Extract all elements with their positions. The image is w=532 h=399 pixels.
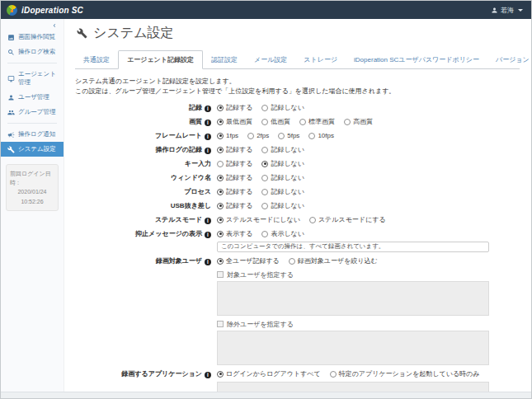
radio-option[interactable]: 最低画質 xyxy=(217,117,252,127)
radio-selected-icon[interactable] xyxy=(217,175,224,181)
sidebar-item-group-mgmt[interactable]: グループ管理 xyxy=(1,105,64,120)
brand-logo[interactable]: iDoperation SC xyxy=(7,5,83,16)
radio-option[interactable]: 5fps xyxy=(278,131,299,141)
radio-selected-icon[interactable] xyxy=(217,133,224,139)
info-icon[interactable]: i xyxy=(205,148,211,154)
radio-option-label: ステルスモードにしない xyxy=(226,215,300,225)
radio-option[interactable]: ステルスモードにする xyxy=(309,215,386,225)
radio-option[interactable]: 記録しない xyxy=(261,173,304,183)
sidebar-item-user-mgmt[interactable]: ユーザ管理 xyxy=(1,90,64,105)
form-row-process: プロセス 記録する記録しない xyxy=(75,187,520,197)
info-icon[interactable]: i xyxy=(205,120,211,126)
radio-option[interactable]: ログインからログアウトすべて xyxy=(217,369,321,379)
radio-icon[interactable] xyxy=(261,147,268,153)
radio-icon[interactable] xyxy=(261,189,268,195)
radio-icon[interactable] xyxy=(289,258,295,265)
sidebar-item-log-notify[interactable]: 操作ログ通知 xyxy=(1,127,64,142)
excluded-users-textarea[interactable] xyxy=(217,331,489,365)
radio-icon[interactable] xyxy=(261,231,268,237)
radio-selected-icon[interactable] xyxy=(217,371,224,378)
sidebar-item-label: 画面操作閲覧 xyxy=(18,33,55,41)
radio-icon[interactable] xyxy=(278,133,285,139)
radio-option[interactable]: 記録する xyxy=(217,173,252,183)
sidebar-item-log-search[interactable]: 操作ログ検索 xyxy=(1,45,64,59)
user-menu[interactable]: 若海 xyxy=(491,6,523,15)
radio-option[interactable]: 記録しない xyxy=(261,159,304,169)
radio-option[interactable]: 記録する xyxy=(217,103,252,113)
radio-option-label: 表示しない xyxy=(271,229,304,239)
radio-option[interactable]: 記録する xyxy=(217,145,252,155)
sidebar-item-system-settings[interactable]: システム設定 xyxy=(1,142,64,157)
radio-option[interactable]: 記録する xyxy=(217,159,252,169)
tab-4[interactable]: ストレージ xyxy=(295,51,346,68)
checkbox-icon[interactable] xyxy=(217,271,224,278)
radio-icon[interactable] xyxy=(330,371,337,378)
radio-icon[interactable] xyxy=(299,119,306,125)
brand-name: iDoperation SC xyxy=(21,6,83,15)
info-icon[interactable]: i xyxy=(205,106,211,112)
radio-option[interactable]: 全ユーザ記録する xyxy=(217,256,280,266)
tab-0[interactable]: 共通設定 xyxy=(75,51,118,68)
sidebar-item-agent-mgmt[interactable]: エージェント管理 xyxy=(1,67,64,90)
excluded-users-checkbox-row: 除外ユーザを指定する xyxy=(217,320,489,329)
radio-option[interactable]: 2fps xyxy=(247,131,269,141)
radio-selected-icon[interactable] xyxy=(217,119,224,125)
radio-option-label: 記録しない xyxy=(271,201,304,211)
logo-globe-icon xyxy=(7,5,17,16)
radio-icon[interactable] xyxy=(309,217,316,223)
radio-icon[interactable] xyxy=(308,133,315,139)
info-icon[interactable]: i xyxy=(205,134,211,140)
tab-2[interactable]: 認証設定 xyxy=(203,51,246,68)
field-label: USB抜き差し xyxy=(171,202,211,209)
radio-selected-icon[interactable] xyxy=(217,231,224,237)
radio-option[interactable]: 1fps xyxy=(217,131,238,141)
suppress-message-input[interactable] xyxy=(217,242,489,252)
info-icon[interactable]: i xyxy=(205,232,211,238)
radio-icon[interactable] xyxy=(261,119,268,125)
radio-option-label: ステルスモードにする xyxy=(318,215,386,225)
tab-5[interactable]: iDoperation SCユーザパスワードポリシー xyxy=(346,51,487,68)
form-row-target-users: 録画対象ユーザi 全ユーザ記録する録画対象ユーザを絞り込む 対象ユーザを指定する… xyxy=(75,256,520,365)
radio-option[interactable]: 特定のアプリケーションを起動している時のみ xyxy=(330,369,480,379)
radio-icon[interactable] xyxy=(261,203,268,209)
radio-selected-icon[interactable] xyxy=(261,161,268,167)
radio-option-label: 記録しない xyxy=(271,159,304,169)
radio-selected-icon[interactable] xyxy=(217,189,224,195)
sidebar-collapse-button[interactable] xyxy=(1,19,64,30)
radio-option[interactable]: 記録しない xyxy=(261,201,304,211)
info-icon[interactable]: i xyxy=(205,259,211,265)
radio-option[interactable]: 記録しない xyxy=(261,187,304,197)
image-icon xyxy=(7,34,15,41)
sidebar-item-screen-view[interactable]: 画面操作閲覧 xyxy=(1,30,64,45)
radio-icon[interactable] xyxy=(344,119,351,125)
tab-6[interactable]: バージョン xyxy=(487,51,531,68)
radio-option[interactable]: 録画対象ユーザを絞り込む xyxy=(289,256,378,266)
checkbox-icon[interactable] xyxy=(217,321,224,327)
radio-option[interactable]: 標準画質 xyxy=(299,117,335,127)
radio-icon[interactable] xyxy=(261,105,268,111)
radio-selected-icon[interactable] xyxy=(217,217,224,223)
user-icon xyxy=(7,94,15,101)
radio-icon[interactable] xyxy=(261,175,268,181)
radio-selected-icon[interactable] xyxy=(217,105,224,111)
radio-icon[interactable] xyxy=(217,161,224,167)
radio-option[interactable]: 低画質 xyxy=(261,117,290,127)
radio-selected-icon[interactable] xyxy=(217,147,224,153)
radio-icon[interactable] xyxy=(247,133,254,139)
tab-1[interactable]: エージェント記録設定 xyxy=(118,50,203,69)
radio-option[interactable]: 記録する xyxy=(217,187,252,197)
radio-selected-icon[interactable] xyxy=(217,203,224,209)
radio-option[interactable]: 10fps xyxy=(308,131,334,141)
radio-option[interactable]: 記録しない xyxy=(261,103,304,113)
radio-option[interactable]: 高画質 xyxy=(344,117,373,127)
radio-option[interactable]: ステルスモードにしない xyxy=(217,215,300,225)
radio-selected-icon[interactable] xyxy=(217,258,224,265)
tab-3[interactable]: メール設定 xyxy=(246,51,295,68)
info-icon[interactable]: i xyxy=(205,372,211,378)
target-users-textarea[interactable] xyxy=(217,281,489,316)
radio-option[interactable]: 記録しない xyxy=(261,145,304,155)
radio-option[interactable]: 表示しない xyxy=(261,229,304,239)
info-icon[interactable]: i xyxy=(205,218,211,224)
radio-option[interactable]: 記録する xyxy=(217,201,252,211)
radio-option[interactable]: 表示する xyxy=(217,229,252,239)
